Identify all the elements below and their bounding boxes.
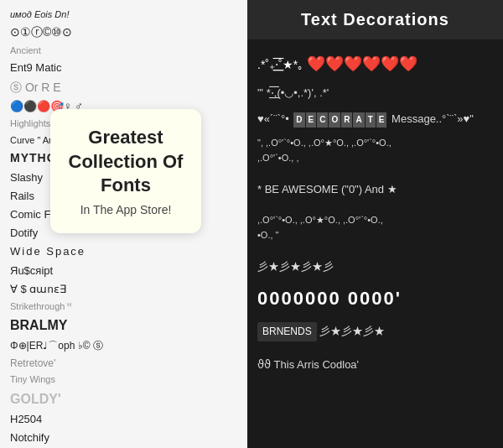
list-item[interactable]: ⊙①ⓡ©⑩⊙ — [10, 23, 237, 43]
list-item[interactable]: Яu$cяipt — [10, 262, 237, 280]
list-item[interactable]: Strikethrough ᴴ — [10, 299, 237, 315]
deco-row-2: "' *·͟͟͞͞,(•◡•,.*)', .*' — [257, 81, 493, 107]
deco-row-6: ,.O°'`°•O., ,.O°★°O., ,.O°'`°•O., •O., " — [257, 209, 493, 247]
list-item[interactable]: Tiny Wings — [10, 372, 237, 388]
decorate-box: DECORATE — [293, 112, 386, 128]
overlay-card: Greatest Collection Of Fonts In The App … — [50, 109, 201, 233]
friends-box: BRNENDS — [257, 322, 317, 341]
deco-row-large: 0000000 0000' — [257, 279, 493, 317]
overlay-main-text: Greatest Collection Of Fonts — [64, 126, 188, 198]
list-item[interactable]: имод Eois Dn! — [10, 7, 237, 23]
list-item[interactable]: Retretove' — [10, 355, 237, 372]
deco-row-stars: 彡★彡★彡★彡 — [257, 254, 493, 280]
right-panel-header: Text Decorations — [247, 0, 503, 39]
deco-row-awesome: * BE AWESOME ("0") And ★ — [257, 177, 493, 203]
left-panel: имод Eois Dn! ⊙①ⓡ©⑩⊙ Ancient Ent9 Matic … — [0, 0, 247, 448]
list-item[interactable]: GOLDY' — [10, 388, 237, 410]
deco-row-hearts: .*˚₊·͟͟͞͞˚★*｡ ❤️❤️❤️❤️❤️❤️ — [257, 48, 493, 81]
list-item[interactable]: BRALMY — [10, 315, 237, 336]
right-content: .*˚₊·͟͟͞͞˚★*｡ ❤️❤️❤️❤️❤️❤️ "' *·͟͟͞͞,(•◡… — [247, 39, 503, 448]
list-item[interactable]: H2504 — [10, 410, 237, 429]
list-item[interactable]: Ancient — [10, 43, 237, 59]
heart-icons: ❤️❤️❤️❤️❤️❤️ — [307, 55, 417, 72]
deco-row-4: ", ,.O°'`°•O., ,.O°★°O., ,.O°'`°•O., ,.O… — [257, 132, 493, 169]
deco-row-3: ♥«´¨`°• DECORATE Message..°`¨`»♥" — [257, 107, 493, 133]
list-item[interactable]: Wide Space — [10, 242, 237, 261]
right-panel: Text Decorations .*˚₊·͟͟͞͞˚★*｡ ❤️❤️❤️❤️❤… — [247, 0, 503, 448]
list-item[interactable]: ∀ $ ɑɯnɛ∃ — [10, 280, 237, 299]
list-item[interactable]: Notchify — [10, 429, 237, 447]
deco-row-friends: BRNENDS 彡★彡★彡★ — [257, 318, 493, 346]
deco-row-codloa: ϑϑ This Arris Codloa' — [257, 352, 493, 378]
list-item[interactable]: Φ⊕|ER♩⌒oph ♭© ⓢ — [10, 337, 237, 355]
overlay-sub-text: In The App Store! — [64, 203, 188, 216]
list-item[interactable]: ⓢ Or R E — [10, 78, 237, 98]
list-item[interactable]: Ent9 Matic — [10, 59, 237, 77]
